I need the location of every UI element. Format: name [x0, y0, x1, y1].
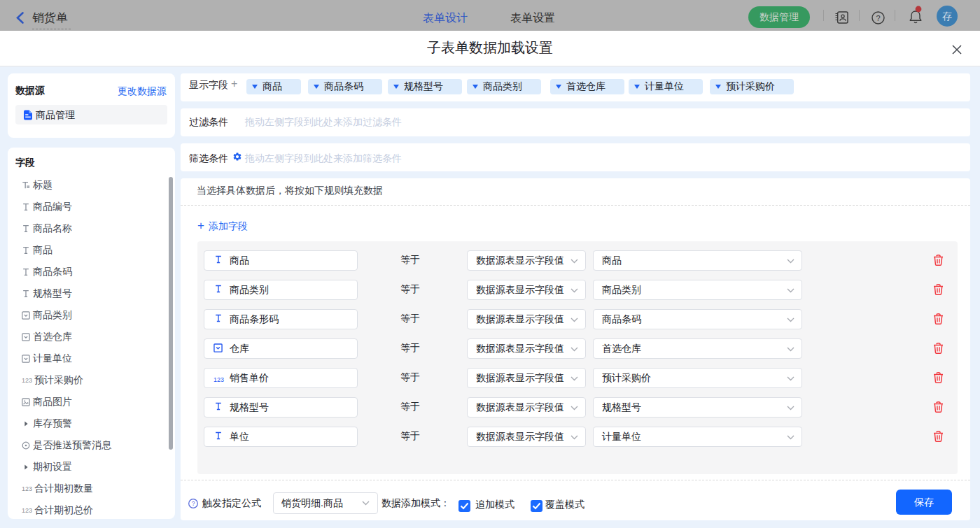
svg-text:?: ?	[876, 14, 880, 22]
svg-text:?: ?	[192, 500, 195, 507]
